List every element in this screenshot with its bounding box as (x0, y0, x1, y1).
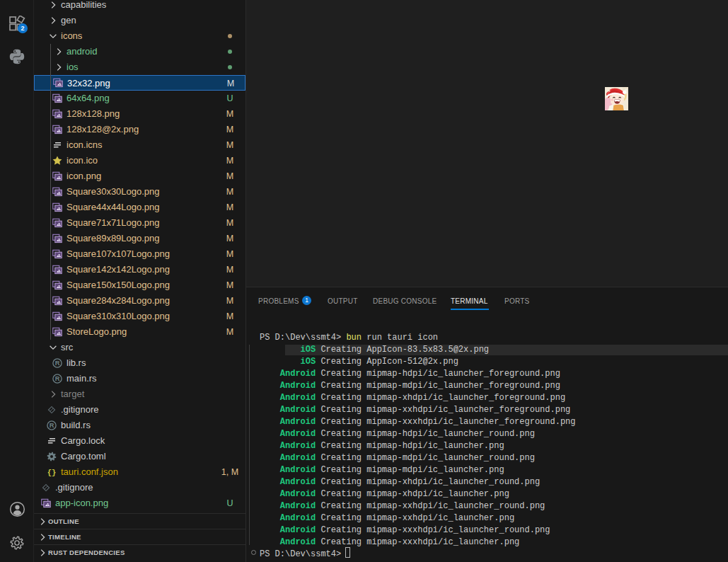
svg-text:R: R (50, 422, 54, 429)
svg-text:R: R (55, 360, 60, 367)
svg-text:{}: {} (47, 469, 57, 477)
svg-text:R: R (55, 375, 60, 382)
